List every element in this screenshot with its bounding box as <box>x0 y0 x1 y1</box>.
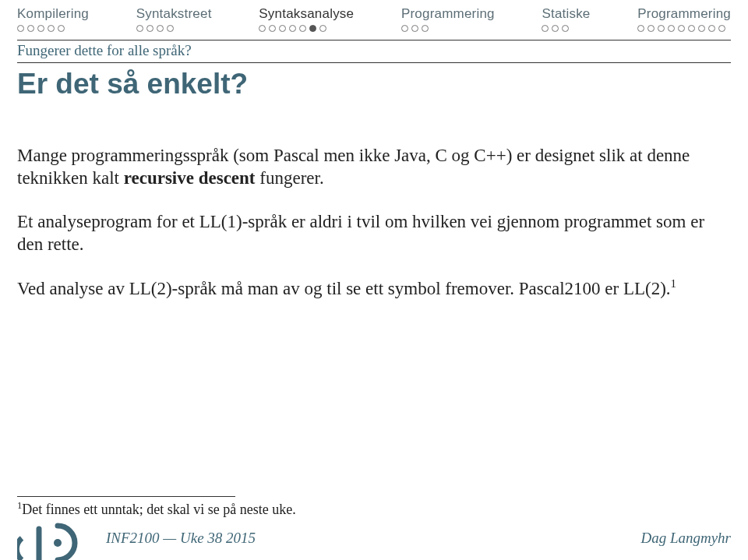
para1-part-a: Mange programmeringsspråk (som Pascal me… <box>17 146 690 188</box>
progress-dot <box>401 25 408 32</box>
nav-progress-dots <box>637 25 725 32</box>
progress-dot <box>259 25 266 32</box>
nav-progress-dots <box>17 25 65 32</box>
progress-dot <box>279 25 286 32</box>
footnote-rule <box>17 496 235 497</box>
para3-text: Ved analyse av LL(2)-språk må man av og … <box>17 278 671 298</box>
progress-dot <box>299 25 306 32</box>
progress-dot <box>708 25 715 32</box>
progress-dot <box>668 25 675 32</box>
progress-dot <box>289 25 296 32</box>
subheader: Fungerer dette for alle språk? <box>0 40 748 63</box>
paragraph-3: Ved analyse av LL(2)-språk må man av og … <box>17 276 718 300</box>
progress-dot <box>718 25 725 32</box>
logo-icon <box>17 521 95 560</box>
progress-dot <box>422 25 429 32</box>
nav-item-3[interactable]: Programmering <box>401 6 495 32</box>
progress-dot <box>309 25 316 32</box>
nav-progress-dots <box>259 25 326 32</box>
para1-bold: recursive descent <box>124 168 256 188</box>
nav-label: Statiske <box>542 6 590 22</box>
nav-label: Syntakstreet <box>136 6 212 22</box>
progress-dot <box>146 25 153 32</box>
progress-dot <box>647 25 654 32</box>
progress-dot <box>17 25 24 32</box>
body-text: Mange programmeringsspråk (som Pascal me… <box>0 144 748 300</box>
progress-dot <box>637 25 644 32</box>
divider-top <box>17 40 731 41</box>
nav-progress-dots <box>136 25 174 32</box>
progress-dot <box>48 25 55 32</box>
footer-course: INF2100 — Uke 38 2015 <box>106 530 640 547</box>
nav-progress-dots <box>542 25 569 32</box>
nav-progress-dots <box>401 25 429 32</box>
progress-dot <box>562 25 569 32</box>
nav-item-2[interactable]: Syntaksanalyse <box>259 6 354 32</box>
progress-dot <box>552 25 559 32</box>
nav-item-5[interactable]: Programmering <box>637 6 731 32</box>
paragraph-1: Mange programmeringsspråk (som Pascal me… <box>17 144 718 190</box>
progress-dot <box>658 25 665 32</box>
progress-dot <box>157 25 164 32</box>
slide: KompileringSyntakstreetSyntaksanalysePro… <box>0 0 748 560</box>
progress-dot <box>319 25 326 32</box>
footer-author: Dag Langmyhr <box>640 530 731 547</box>
footnote: 1Det finnes ett unntak; det skal vi se p… <box>17 496 731 518</box>
progress-dot <box>37 25 44 32</box>
progress-dot <box>678 25 685 32</box>
progress-dot <box>58 25 65 32</box>
nav-item-4[interactable]: Statiske <box>542 6 590 32</box>
para1-part-c: fungerer. <box>256 168 324 188</box>
nav-label: Syntaksanalyse <box>259 6 354 22</box>
progress-dot <box>542 25 549 32</box>
footer: INF2100 — Uke 38 2015 Dag Langmyhr <box>0 524 748 552</box>
nav-label: Programmering <box>401 6 495 22</box>
progress-dot <box>411 25 418 32</box>
paragraph-2: Et analyseprogram for et LL(1)-språk er … <box>17 210 718 256</box>
progress-dot <box>27 25 34 32</box>
svg-point-1 <box>54 539 62 547</box>
nav-label: Kompilering <box>17 6 89 22</box>
nav-item-0[interactable]: Kompilering <box>17 6 89 32</box>
progress-dot <box>269 25 276 32</box>
para3-footnote-ref: 1 <box>671 277 676 290</box>
progress-dot <box>136 25 143 32</box>
progress-dot <box>698 25 705 32</box>
divider-bottom <box>17 62 731 63</box>
nav-bar: KompileringSyntakstreetSyntaksanalysePro… <box>0 0 748 33</box>
footnote-body: Det finnes ett unntak; det skal vi se på… <box>22 502 295 517</box>
page-title: Er det så enkelt? <box>0 68 748 100</box>
footnote-text: 1Det finnes ett unntak; det skal vi se p… <box>17 500 731 518</box>
nav-item-1[interactable]: Syntakstreet <box>136 6 212 32</box>
progress-dot <box>688 25 695 32</box>
nav-label: Programmering <box>637 6 731 22</box>
progress-dot <box>167 25 174 32</box>
section-label: Fungerer dette for alle språk? <box>17 42 731 59</box>
